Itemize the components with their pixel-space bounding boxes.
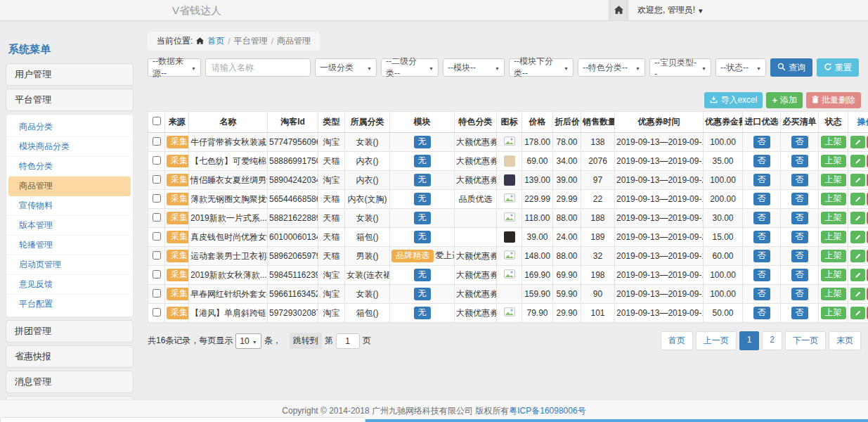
feature-cell: 大额优惠券 <box>455 247 497 266</box>
badge-无: 无 <box>414 307 431 319</box>
type-cell: 淘宝 <box>318 304 345 323</box>
jump-button[interactable]: 跳转到 <box>290 333 322 349</box>
edit-button[interactable] <box>850 155 865 167</box>
filter-select-value: --宝贝类型-- <box>654 57 699 79</box>
page-number-button[interactable]: 2 <box>762 331 782 350</box>
filter-select[interactable]: --数据来源-- <box>148 58 201 77</box>
page-next-button[interactable]: 下一页 <box>785 331 826 350</box>
price-cell: 139.00 <box>522 171 553 190</box>
page-jump-input[interactable] <box>336 333 360 349</box>
search-button[interactable]: 查询 <box>770 58 812 77</box>
discount-cell: 29.90 <box>553 304 581 323</box>
caret-down-icon <box>364 63 372 72</box>
edit-button[interactable] <box>850 212 865 224</box>
sidebar-group-3[interactable]: 省惠快报 <box>6 345 134 368</box>
icon-cell <box>497 152 522 171</box>
filter-name-input[interactable] <box>205 58 311 77</box>
type-cell: 淘宝 <box>318 171 345 190</box>
import-excel-button[interactable]: 导入excel <box>704 92 763 108</box>
source-cell: 采集 <box>165 171 189 190</box>
sidebar-item[interactable]: 商品管理 <box>8 177 131 196</box>
badge-否: 否 <box>791 212 808 224</box>
edit-button[interactable] <box>850 193 865 205</box>
page-prev-button[interactable]: 上一页 <box>696 331 737 350</box>
batch-delete-button[interactable]: 批量删除 <box>806 92 861 108</box>
user-menu[interactable]: 欢迎您, 管理员! <box>637 4 703 16</box>
badge-采集: 采集 <box>167 212 189 224</box>
badge-否: 否 <box>753 250 770 262</box>
home-button[interactable] <box>609 0 628 20</box>
edit-button[interactable] <box>850 288 865 300</box>
badge-采集: 采集 <box>167 193 189 205</box>
sidebar-group-0[interactable]: 用户管理 <box>6 63 134 86</box>
badge-否: 否 <box>753 174 770 186</box>
edit-button[interactable] <box>850 250 865 262</box>
icp-link[interactable]: 粤ICP备16098006号 <box>509 405 585 417</box>
must-buy-cell: 否 <box>781 247 819 266</box>
reset-button[interactable]: 重置 <box>817 58 859 77</box>
feature-cell: 大额优惠券 <box>455 285 497 304</box>
sales-cell: 101 <box>581 304 615 323</box>
sidebar-group-4[interactable]: 消息管理 <box>6 371 134 393</box>
plus-icon <box>772 95 777 106</box>
sidebar-item[interactable]: 模块商品分类 <box>6 137 133 157</box>
import-excel-label: 导入excel <box>720 94 757 106</box>
filter-select[interactable]: --二级分类-- <box>381 58 439 77</box>
filter-select[interactable]: --模块下分类-- <box>509 58 574 77</box>
record-count-text: 共16条记录，每页显示 <box>148 335 233 347</box>
edit-button[interactable] <box>850 136 865 148</box>
filter-select[interactable]: --特色分类-- <box>578 58 645 77</box>
per-page-select[interactable]: 10 <box>235 333 261 349</box>
category-cell: 内衣(文胸) <box>345 190 390 209</box>
sidebar-item[interactable]: 版本管理 <box>6 216 133 236</box>
import-select-cell: 否 <box>743 304 781 323</box>
row-checkbox[interactable] <box>153 251 161 260</box>
row-checkbox[interactable] <box>153 175 161 184</box>
welcome-text: 欢迎您, 管理员! <box>637 4 695 16</box>
discount-cell: 88.00 <box>553 247 581 266</box>
edit-button[interactable] <box>850 174 865 186</box>
row-checkbox[interactable] <box>153 308 161 316</box>
icon-cell <box>497 133 522 152</box>
row-checkbox[interactable] <box>153 156 161 165</box>
row-checkbox[interactable] <box>153 289 161 298</box>
status-cell: 上架 <box>819 133 848 152</box>
row-checkbox[interactable] <box>153 137 161 146</box>
badge-否: 否 <box>791 155 808 167</box>
sidebar-item[interactable]: 特色分类 <box>6 157 133 177</box>
row-checkbox[interactable] <box>153 194 161 203</box>
add-button[interactable]: 添加 <box>766 92 803 108</box>
sidebar-item[interactable]: 启动页管理 <box>6 255 133 275</box>
row-checkbox[interactable] <box>153 213 161 222</box>
sidebar-item[interactable]: 意见反馈 <box>6 275 133 295</box>
breadcrumb-home-link[interactable]: 首页 <box>207 35 224 47</box>
page-number-button[interactable]: 1 <box>739 331 760 350</box>
sidebar-item[interactable]: 商品分类 <box>6 117 133 137</box>
edit-button[interactable] <box>850 307 865 319</box>
search-button-label: 查询 <box>789 62 805 74</box>
sidebar-item[interactable]: 平台配置 <box>6 295 133 314</box>
row-checkbox[interactable] <box>153 270 161 279</box>
col-header-14: 进口优选 <box>743 112 781 133</box>
reset-button-label: 重置 <box>835 62 852 74</box>
sidebar-group-2[interactable]: 拼团管理 <box>6 320 134 343</box>
page-first-button[interactable]: 首页 <box>661 331 693 350</box>
filter-select[interactable]: 一级分类 <box>315 58 377 77</box>
filter-select[interactable]: --状态-- <box>715 58 766 77</box>
icon-cell <box>497 171 522 190</box>
edit-button[interactable] <box>850 231 865 243</box>
page-last-button[interactable]: 末页 <box>829 331 861 350</box>
filter-select[interactable]: --宝贝类型-- <box>649 58 711 77</box>
coupon-amount-cell: 200.00 <box>704 190 743 209</box>
badge-上架: 上架 <box>821 136 846 148</box>
edit-button[interactable] <box>850 269 865 281</box>
select-all-checkbox[interactable] <box>153 117 161 125</box>
sidebar-item[interactable]: 轮播管理 <box>6 236 133 255</box>
sales-cell: 32 <box>581 247 615 266</box>
row-checkbox[interactable] <box>153 232 161 241</box>
badge-否: 否 <box>791 136 808 148</box>
sidebar-item[interactable]: 宣传物料 <box>6 196 133 216</box>
sidebar-group-1[interactable]: 平台管理 <box>6 89 134 111</box>
filter-select[interactable]: --模块-- <box>443 58 505 77</box>
badge-否: 否 <box>791 250 808 262</box>
